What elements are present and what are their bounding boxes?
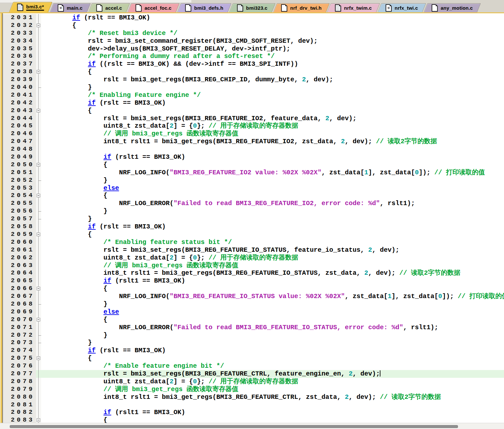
code-line[interactable]: NRF_LOG_INFO("BMI3_REG_FEATURE_IO_STATUS…	[41, 293, 504, 300]
code-line[interactable]: if (rslt1 == BMI3_OK)	[41, 277, 504, 285]
code-line[interactable]: int8_t rslt1 = bmi3_get_regs(BMI3_REG_FE…	[41, 393, 504, 401]
code-line[interactable]: {	[41, 231, 504, 238]
fold-toggle[interactable]	[36, 416, 41, 423]
code-line[interactable]: rslt = bmi3_set_command_register(BMI3_CM…	[41, 37, 504, 45]
collapse-minus-icon[interactable]	[37, 356, 40, 360]
collapse-minus-icon[interactable]	[37, 194, 40, 197]
code-line[interactable]: rslt = bmi3_set_regs(BMI3_REG_FEATURE_IO…	[41, 115, 504, 122]
code-line[interactable]: if (rslt1 == BMI3_OK)	[41, 409, 504, 416]
code-line[interactable]	[41, 145, 504, 153]
code-line[interactable]: /* Reset bmi3 device */	[41, 29, 504, 37]
fold-toggle[interactable]	[36, 354, 41, 362]
fold-toggle[interactable]	[36, 22, 41, 29]
code-line[interactable]: else	[41, 184, 504, 192]
tab-label: bmi3_defs.h	[194, 5, 223, 11]
code-line[interactable]: if (rslt1 == BMI3_OK)	[41, 153, 504, 161]
tab-bmi3-c[interactable]: bmi3.c*	[9, 2, 53, 12]
fold-toggle[interactable]	[36, 161, 41, 169]
code-line[interactable]: {	[41, 107, 504, 115]
code-line[interactable]: }	[41, 84, 504, 91]
line-number: 2057	[3, 215, 36, 223]
scrollbar-thumb[interactable]	[10, 425, 458, 428]
fold-toggle[interactable]	[36, 68, 41, 76]
collapse-minus-icon[interactable]	[37, 109, 40, 112]
code-line[interactable]: {	[41, 354, 504, 362]
fold-toggle[interactable]	[36, 316, 41, 324]
collapse-minus-icon[interactable]	[37, 318, 40, 321]
code-line[interactable]: dev->delay_us(BMI3_SOFT_RESET_DELAY, dev…	[41, 45, 504, 53]
code-line[interactable]: NRF_LOG_ERROR("Failed to read BMI3_REG_F…	[41, 324, 504, 331]
code-line[interactable]: }	[41, 339, 504, 347]
tab-accel-foc-c[interactable]: accel_foc.c	[127, 3, 179, 12]
horizontal-scrollbar[interactable]	[0, 423, 504, 429]
code-line[interactable]: {	[41, 161, 504, 169]
code-line[interactable]: if ((rslt == BMI3_OK) && (dev->intf == B…	[41, 60, 504, 68]
tab-nrf-drv-twi-h[interactable]: nrf_drv_twi.h	[273, 3, 330, 12]
code-line[interactable]: }	[41, 177, 504, 184]
code-line[interactable]: int8_t rslt1 = bmi3_get_regs(BMI3_REG_FE…	[41, 269, 504, 277]
collapse-minus-icon[interactable]	[37, 24, 40, 27]
code-line[interactable]: if (rslt == BMI3_OK)	[41, 14, 504, 22]
code-token: // 用于存储读取的寄存器数据	[209, 254, 298, 261]
code-line[interactable]: /* Enabling Feature engine */	[41, 91, 504, 99]
line-number: 2035	[3, 45, 36, 53]
tab-any-motion-c[interactable]: any_motion.c	[424, 3, 481, 12]
fold-toggle[interactable]	[36, 285, 41, 293]
code-line[interactable]: uint8_t zst_data[2] = {0}; // 用于存储读取的寄存器…	[41, 254, 504, 262]
tab-nrfx-twi-c[interactable]: nrfx_twi.c	[378, 3, 426, 12]
fold-toggle[interactable]	[36, 192, 41, 200]
code-line[interactable]: {	[41, 68, 504, 76]
code-line[interactable]: }	[41, 300, 504, 308]
code-line[interactable]: }	[41, 331, 504, 339]
code-line[interactable]: {	[41, 285, 504, 293]
tab-nrfx-twim-c[interactable]: nrfx_twim.c	[327, 3, 380, 12]
collapse-minus-icon[interactable]	[37, 233, 40, 236]
code-line[interactable]: {	[41, 192, 504, 200]
collapse-minus-icon[interactable]	[37, 418, 40, 422]
code-line[interactable]: /* Enable feature engine bit */	[41, 362, 504, 370]
code-line[interactable]: // 调用 bmi3_get_regs 函数读取寄存器值	[41, 262, 504, 270]
code-line[interactable]: /* Performing a dummy read after a soft-…	[41, 52, 504, 60]
code-line[interactable]: {	[41, 416, 504, 423]
code-line[interactable]: uint8_t zst_data[2] = {0}; // 用于存储读取的寄存器…	[41, 122, 504, 130]
code-token: , dev);	[329, 115, 356, 122]
collapse-minus-icon[interactable]	[37, 163, 40, 167]
code-line[interactable]: rslt = bmi3_set_regs(BMI3_REG_FEATURE_IO…	[41, 246, 504, 254]
code-line[interactable]: if (rslt == BMI3_OK)	[41, 223, 504, 231]
code-line[interactable]: int8_t rslt1 = bmi3_get_regs(BMI3_REG_FE…	[41, 138, 504, 145]
collapse-minus-icon[interactable]	[37, 287, 40, 290]
code-line[interactable]	[41, 401, 504, 409]
code-line[interactable]: uint8_t zst_data[2] = {0}; // 用于存储读取的寄存器…	[41, 378, 504, 386]
code-line[interactable]: }	[41, 207, 504, 215]
code-line[interactable]: }	[41, 215, 504, 223]
line-number: 2049	[3, 153, 36, 161]
code-line[interactable]: NRF_LOG_INFO("BMI3_REG_FEATURE_IO2 value…	[41, 169, 504, 177]
code-token	[41, 29, 88, 37]
tab-main-c[interactable]: main.c	[50, 3, 90, 12]
code-token: 2	[170, 122, 174, 130]
fold-toggle[interactable]	[36, 231, 41, 238]
collapse-minus-icon[interactable]	[37, 70, 40, 74]
code-line[interactable]: // 调用 bmi3_get_regs 函数读取寄存器值	[41, 386, 504, 393]
code-line[interactable]: {	[41, 316, 504, 324]
code-line[interactable]: else	[41, 308, 504, 316]
code-row-2075: 2075 {	[3, 354, 504, 362]
code-line[interactable]: rslt = bmi3_get_regs(BMI3_REG_CHIP_ID, d…	[41, 76, 504, 84]
code-line[interactable]: /* Enabling feature status bit */	[41, 238, 504, 246]
code-line[interactable]: if (rslt == BMI3_OK)	[41, 347, 504, 354]
tab-bmi3-defs-h[interactable]: bmi3_defs.h	[177, 3, 231, 12]
code-editor[interactable]: 2031 if (rslt == BMI3_OK)2032 {2033 /* R…	[3, 13, 504, 429]
code-token: }	[41, 331, 107, 339]
code-token: ], zst_data[	[391, 293, 438, 300]
code-line[interactable]: // 调用 bmi3_get_regs 函数读取寄存器值	[41, 130, 504, 138]
code-line[interactable]: rslt = bmi3_set_regs(BMI3_REG_FEATURE_CT…	[41, 370, 504, 378]
code-line[interactable]: {	[41, 22, 504, 29]
fold-toggle[interactable]	[36, 107, 41, 115]
code-token	[41, 184, 103, 192]
tab-accel-c[interactable]: accel.c	[88, 3, 130, 12]
code-line[interactable]: if (rslt == BMI3_OK)	[41, 99, 504, 107]
tab-bmi323-c[interactable]: bmi323.c	[229, 3, 275, 12]
tab-label: nrfx_twim.c	[344, 5, 372, 11]
code-token: ] = {	[174, 122, 193, 130]
code-line[interactable]: NRF_LOG_ERROR("Failed to read BMI3_REG_F…	[41, 200, 504, 207]
